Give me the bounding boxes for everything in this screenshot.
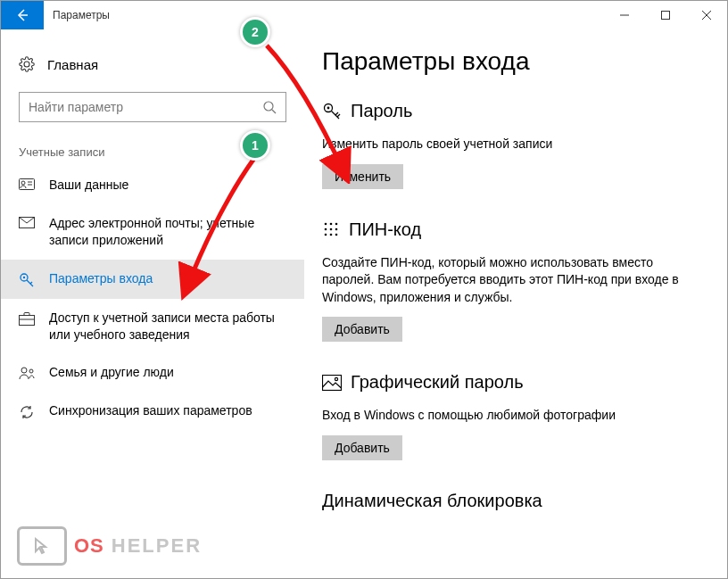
svg-point-19 bbox=[29, 369, 33, 373]
svg-point-18 bbox=[21, 368, 27, 373]
svg-point-31 bbox=[325, 234, 327, 236]
key-icon bbox=[322, 102, 342, 121]
arrow-left-icon bbox=[15, 8, 29, 22]
sidebar-item-label: Ваши данные bbox=[49, 177, 286, 194]
people-icon bbox=[19, 366, 35, 380]
watermark: OS HELPER bbox=[17, 526, 202, 566]
svg-point-30 bbox=[335, 228, 338, 231]
svg-rect-2 bbox=[662, 12, 670, 20]
window-title: Параметры bbox=[44, 1, 119, 29]
svg-line-14 bbox=[27, 280, 33, 286]
add-picture-password-button[interactable]: Добавить bbox=[322, 435, 402, 460]
svg-point-27 bbox=[335, 223, 338, 226]
key-icon bbox=[19, 272, 35, 288]
back-button[interactable] bbox=[1, 1, 44, 29]
svg-point-28 bbox=[325, 228, 327, 231]
password-desc: Изменить пароль своей учетной записи bbox=[322, 136, 697, 153]
search-box[interactable] bbox=[19, 92, 286, 122]
sidebar-item-label: Параметры входа bbox=[49, 270, 286, 287]
sidebar-item-email[interactable]: Адрес электронной почты; учетные записи … bbox=[1, 204, 304, 260]
svg-point-33 bbox=[335, 234, 338, 236]
pin-desc: Создайте ПИН-код, который можно использо… bbox=[322, 254, 697, 307]
maximize-button[interactable] bbox=[645, 1, 686, 29]
watermark-helper: HELPER bbox=[112, 534, 202, 558]
sidebar-home-label: Главная bbox=[47, 57, 98, 72]
sidebar-item-sync[interactable]: Синхронизация ваших параметров bbox=[1, 392, 304, 431]
main-panel: Параметры входа Пароль Изменить пароль с… bbox=[304, 29, 727, 578]
mail-icon bbox=[19, 217, 35, 229]
search-input[interactable] bbox=[29, 100, 262, 114]
watermark-os: OS bbox=[74, 534, 104, 558]
svg-point-26 bbox=[330, 223, 333, 226]
section-dynamic-lock: Динамическая блокировка bbox=[322, 491, 709, 511]
titlebar: Параметры bbox=[1, 1, 727, 29]
picture-heading: Графический пароль bbox=[351, 372, 524, 393]
svg-point-21 bbox=[327, 106, 330, 109]
sidebar: Главная Учетные записи Ваши данные Адрес… bbox=[1, 29, 304, 578]
svg-point-5 bbox=[264, 102, 273, 111]
svg-point-8 bbox=[21, 181, 25, 185]
svg-rect-34 bbox=[323, 375, 342, 390]
svg-line-24 bbox=[337, 114, 340, 117]
briefcase-icon bbox=[19, 311, 35, 326]
sidebar-home[interactable]: Главная bbox=[1, 47, 304, 81]
section-pin: ПИН-код Создайте ПИН-код, который можно … bbox=[322, 219, 709, 343]
section-picture-password: Графический пароль Вход в Windows с помо… bbox=[322, 372, 709, 460]
add-pin-button[interactable]: Добавить bbox=[322, 317, 402, 342]
svg-point-32 bbox=[330, 234, 333, 236]
search-icon bbox=[262, 100, 277, 114]
sidebar-item-label: Адрес электронной почты; учетные записи … bbox=[49, 215, 286, 249]
sync-icon bbox=[19, 404, 35, 420]
person-card-icon bbox=[19, 178, 35, 191]
page-title: Параметры входа bbox=[322, 47, 709, 76]
cursor-box-icon bbox=[17, 526, 67, 566]
svg-rect-16 bbox=[20, 315, 35, 325]
annotation-marker-2: 2 bbox=[240, 17, 270, 47]
svg-point-13 bbox=[23, 276, 25, 277]
pin-pad-icon bbox=[322, 220, 340, 238]
sidebar-item-label: Синхронизация ваших параметров bbox=[49, 402, 286, 419]
section-password: Пароль Изменить пароль своей учетной зап… bbox=[322, 101, 709, 189]
sidebar-item-work-access[interactable]: Доступ к учетной записи места работы или… bbox=[1, 299, 304, 354]
close-button[interactable] bbox=[686, 1, 727, 29]
sidebar-item-label: Доступ к учетной записи места работы или… bbox=[49, 310, 286, 343]
picture-desc: Вход в Windows с помощью любимой фотогра… bbox=[322, 407, 697, 425]
gear-icon bbox=[19, 56, 35, 72]
password-heading: Пароль bbox=[351, 101, 412, 121]
pin-heading: ПИН-код bbox=[349, 219, 421, 240]
sidebar-item-family[interactable]: Семья и другие люди bbox=[1, 353, 304, 392]
svg-line-23 bbox=[335, 112, 338, 115]
minimize-button[interactable] bbox=[604, 1, 645, 29]
svg-line-15 bbox=[30, 282, 32, 284]
annotation-marker-1: 1 bbox=[240, 130, 270, 161]
svg-line-6 bbox=[272, 110, 276, 113]
svg-point-29 bbox=[330, 228, 333, 231]
svg-point-35 bbox=[335, 377, 337, 380]
dynamic-lock-heading: Динамическая блокировка bbox=[322, 491, 542, 511]
sidebar-item-your-info[interactable]: Ваши данные bbox=[1, 166, 304, 204]
sidebar-item-signin-options[interactable]: Параметры входа bbox=[1, 260, 304, 299]
svg-point-25 bbox=[325, 223, 327, 226]
sidebar-item-label: Семья и другие люди bbox=[49, 364, 286, 381]
picture-icon bbox=[322, 375, 342, 391]
change-password-button[interactable]: Изменить bbox=[322, 164, 403, 189]
